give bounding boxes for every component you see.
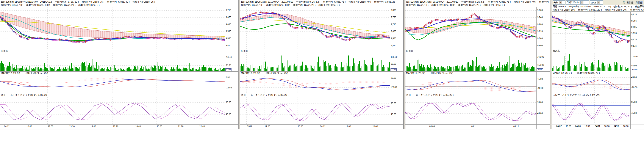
axis-label: 9,550 [391,37,396,40]
unit-badge: ×1000 [631,68,638,71]
x-tick-label: 10:40 [26,125,32,128]
axis-label: -20.00 [391,86,397,89]
price-chart-canvas[interactable] [406,7,536,49]
x-tick-label: 16:30 [623,125,628,128]
macd-axis: 45.00-10.00 [536,75,550,93]
macd-chart-canvas[interactable] [552,75,630,93]
macd-chart-canvas[interactable] [240,75,390,93]
x-tick-label: 04/11 [247,125,252,128]
stochastics-chart-canvas[interactable] [240,97,390,124]
x-tick-label: 04/12 [514,125,519,128]
price-chart-canvas[interactable] [240,7,390,49]
axis-label: 9,630 [391,30,396,33]
axis-label: 9,560 [537,37,543,40]
axis-label: 9,670 [226,16,231,19]
stochastics-axis: 90.0040.00 [390,97,403,124]
stochastics-chart-canvas[interactable] [0,97,225,124]
stochastics-label: スロー・ストキャスティクス( 14, 3, 80, 20 ) [1,94,48,96]
axis-label: 200.00 [226,56,232,58]
axis-label: 20.00 [391,77,396,79]
x-tick-label: 21:20 [178,125,184,128]
volume-label: 出来高 [552,50,560,52]
period-day-button[interactable]: 日 [626,1,630,4]
macd-chart-canvas[interactable] [406,75,536,93]
x-tick-label: 04/12 [4,125,10,128]
chevron-down-icon: ▼ [597,1,600,4]
bar-type-label: 足 [623,1,625,4]
panel-5min: 日経225mini 11/06(5分) 2011/04/07 - 2011/04… [0,0,238,130]
axis-label: 9,515 [631,45,637,47]
axis-label: 90.00 [391,102,396,105]
axis-label: 95.00 [391,63,396,65]
price-chart-canvas[interactable] [0,7,225,49]
axis-label: 40.00 [226,113,231,116]
stochastics-axis: 95.0040.00 [225,97,238,124]
price-axis: 9,8009,7409,6809,6209,5609,500 [536,7,550,49]
volume-chart-canvas[interactable] [0,53,225,72]
symbol-select[interactable]: 日経225mini▼ [566,0,589,4]
unit-badge: ×100 [226,68,232,71]
x-tick-label: 17:20 [113,125,118,128]
volume-chart-canvas[interactable] [406,53,536,72]
axis-label: 9,680 [537,23,543,26]
macd-axis: 7.50-14.50 [225,75,238,93]
chart-title-line2: 移動平均( Close, 10 ) 移動平均( Close, 150 ) 移動平… [0,4,238,7]
axis-label: 45.00 [537,78,543,80]
time-axis: 04/0804/1104/12 [406,125,536,129]
chart-toolbar: 先物▼ 日経225mini▼ 11/06▼ 足 日 週 月 分 [552,0,644,5]
axis-label: 95.00 [631,101,637,104]
period-week-button[interactable]: 週 [630,1,634,4]
axis-label: -14.50 [226,86,232,89]
axis-label: 95.00 [226,101,231,104]
x-tick-label: 20:00 [298,125,303,128]
price-chart-canvas[interactable] [552,12,630,49]
macd-chart-canvas[interactable] [0,75,225,93]
stochastics-chart-canvas[interactable] [406,97,536,124]
panel-separator [404,0,405,130]
chart-title-line1: 日経225mini 11/06(15分) 2011/04/04 - 2011/0… [240,0,403,4]
axis-label: 9,590 [226,30,231,33]
chart-title-line2: 移動平均( Close, 10 ) 移動平均( Close, 150 ) 移動平… [406,4,550,7]
panel-separator [550,0,552,130]
axis-label: 9,755 [631,20,637,22]
volume-axis: ×1000120.0045.00 [630,52,644,71]
volume-axis: ×100200.0085.00 [225,53,238,72]
axis-label: 9,695 [631,26,637,28]
axis-label: 45.00 [631,64,637,67]
axis-label: 9,815 [631,13,637,16]
price-axis: 9,8159,7559,6959,6359,5759,515 [630,12,644,49]
chart-header: 日経225mini 11/06(60分) 2011/04/04 - 2011/0… [552,5,644,12]
axis-label: 9,510 [226,44,231,47]
volume-chart-canvas[interactable] [240,53,390,72]
axis-label: 9,800 [537,9,543,12]
panel-30min: 日経225mini 11/06(30分) 2011/04/04 - 2011/0… [405,0,550,130]
macd-label: MACD( 12, 26, 9 ) [241,72,260,74]
axis-label: 350.00 [537,56,544,58]
x-tick-label: 04/11 [471,125,476,128]
x-tick-label: 20:00 [372,125,378,128]
stochastics-chart-canvas[interactable] [552,96,630,124]
axis-label: 9,710 [391,23,396,26]
period-minute-button[interactable]: 分 [639,1,643,4]
macd-label: MACD( 12, 26, 9 ) [1,72,20,74]
panel-15min: 日経225mini 11/06(15分) 2011/04/04 - 2011/0… [240,0,404,130]
volume-label: 出来高 [406,50,413,52]
volume-axis: ×100185.0095.00 [390,53,403,72]
chart-title-line2: 移動平均( Close, 10 ) 移動平均( Close, 150 ) 移動平… [240,4,403,7]
period-month-button[interactable]: 月 [635,1,638,4]
time-axis: 04/0716:3004/0816:3004/1116:3004/1216:30 [552,124,630,129]
price-axis: 9,7109,6709,6309,5909,5509,510 [225,7,238,49]
chart-title-line1: 日経225mini 11/06(60分) 2011/04/04 - 2011/0… [552,5,644,8]
x-tick-label: 18:40 [135,125,141,128]
panel-60min: 先物▼ 日経225mini▼ 11/06▼ 足 日 週 月 分 日経225min… [552,0,644,130]
contract-select[interactable]: 11/06▼ [590,0,603,4]
category-select[interactable]: 先物▼ [552,0,565,4]
x-tick-label: 16:30 [584,125,590,128]
x-tick-label: 13:20 [69,125,74,128]
chevron-down-icon: ▼ [559,1,562,4]
macd-ma-label: 移動平均( Close, 75 ) [578,72,600,74]
x-tick-label: 12:00 [48,125,53,128]
volume-chart-canvas[interactable] [552,52,630,71]
unit-badge: ×100 [390,68,396,71]
macd-axis: 45.00-20.00 [630,75,644,93]
